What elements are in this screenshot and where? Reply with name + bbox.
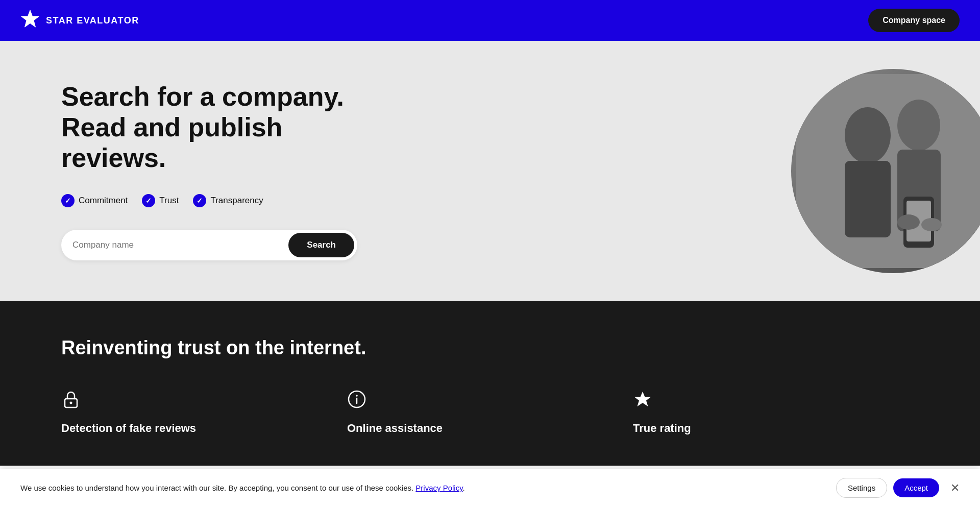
badge-trust: Trust bbox=[142, 194, 179, 207]
check-icon-trust bbox=[142, 194, 155, 207]
check-icon-commitment bbox=[61, 194, 75, 207]
hero-content: Search for a company. Read and publish r… bbox=[0, 51, 357, 291]
feature-online-assistance: Online assistance bbox=[347, 390, 633, 435]
lock-icon bbox=[61, 390, 81, 414]
feature-online-assistance-title: Online assistance bbox=[347, 422, 443, 435]
star-icon bbox=[20, 9, 40, 32]
company-space-button[interactable]: Company space bbox=[868, 9, 960, 32]
svg-marker-14 bbox=[634, 392, 651, 406]
dark-section: Reinventing trust on the internet. Detec… bbox=[0, 301, 980, 466]
feature-true-rating-title: True rating bbox=[633, 422, 691, 435]
svg-point-8 bbox=[897, 214, 920, 230]
info-icon bbox=[347, 390, 366, 414]
search-button[interactable]: Search bbox=[288, 233, 354, 257]
svg-point-2 bbox=[845, 107, 891, 163]
hero-image bbox=[791, 69, 980, 273]
badge-transparency-label: Transparency bbox=[210, 196, 263, 206]
feature-true-rating: True rating bbox=[633, 390, 919, 435]
feature-fake-reviews-title: Detection of fake reviews bbox=[61, 422, 196, 435]
hero-title: Search for a company. Read and publish r… bbox=[61, 82, 357, 173]
svg-rect-3 bbox=[845, 161, 891, 237]
svg-point-13 bbox=[356, 395, 358, 397]
badge-commitment-label: Commitment bbox=[79, 196, 128, 206]
dark-section-title: Reinventing trust on the internet. bbox=[61, 337, 919, 359]
search-input[interactable] bbox=[72, 240, 288, 250]
brand-name: STAR EVALUATOR bbox=[46, 15, 139, 26]
svg-point-11 bbox=[70, 402, 72, 404]
svg-point-9 bbox=[921, 218, 942, 231]
logo: STAR EVALUATOR bbox=[20, 9, 139, 32]
features-row: Detection of fake reviews Online assista… bbox=[61, 390, 919, 435]
hero-image-visual bbox=[791, 69, 980, 273]
badge-commitment: Commitment bbox=[61, 194, 128, 207]
svg-point-4 bbox=[897, 100, 940, 151]
star-rating-icon bbox=[633, 390, 652, 414]
search-bar: Search bbox=[61, 230, 357, 260]
navbar: STAR EVALUATOR Company space bbox=[0, 0, 980, 41]
check-icon-transparency bbox=[193, 194, 206, 207]
svg-marker-0 bbox=[21, 10, 39, 27]
feature-fake-reviews: Detection of fake reviews bbox=[61, 390, 347, 435]
badge-transparency: Transparency bbox=[193, 194, 263, 207]
hero-badges: Commitment Trust Transparency bbox=[61, 194, 357, 207]
badge-trust-label: Trust bbox=[159, 196, 179, 206]
hero-section: Search for a company. Read and publish r… bbox=[0, 41, 980, 301]
